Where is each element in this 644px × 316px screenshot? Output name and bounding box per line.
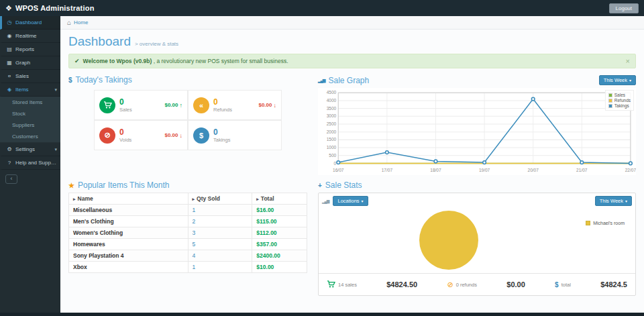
welcome-alert: ✔ Welcome to Wpos (v0.9b) , a revolution…	[68, 54, 636, 68]
column-header-qty[interactable]: ▸Qty Sold	[188, 193, 252, 205]
stats-footer: 14 sales $4824.50 ⊘ 0 refunds $0.00 $ to…	[319, 273, 635, 295]
section-title: Sale Graph	[328, 76, 369, 85]
ban-icon: ⊘	[447, 280, 453, 289]
caret-down-icon: ▾	[629, 78, 631, 83]
svg-text:4500: 4500	[327, 90, 337, 95]
dollar-icon: $	[193, 127, 209, 144]
chevron-left-icon: ‹	[11, 175, 13, 182]
tile-value: 0	[213, 127, 230, 137]
tile-amount: $0.00	[164, 102, 178, 108]
main-content: ⌂ Home Dashboard > overview & stats ✔ We…	[60, 16, 644, 313]
question-icon: ?	[6, 160, 13, 166]
voids-tile: ⊘ 0 Voids $0.00 ↓	[94, 120, 188, 150]
svg-text:3500: 3500	[327, 106, 337, 111]
alert-rest: , a revolutionary new POS system for sma…	[152, 58, 288, 64]
sidebar-item-graph[interactable]: ▦ Graph	[0, 56, 60, 70]
table-row: Homewares 5 $357.00	[69, 239, 307, 250]
sales-tile: 0 Sales $0.00 ↑	[94, 90, 188, 120]
sale-stats-panel: ▂▄▆ Locations ▾ This Week ▾	[318, 193, 636, 296]
home-icon: ⌂	[67, 19, 71, 26]
popular-items-table: ▸Name ▸Qty Sold ▸Total Miscellaneous 1 $…	[68, 193, 307, 273]
qty-link[interactable]: 3	[193, 229, 196, 236]
item-name: Homewares	[69, 239, 189, 250]
sidebar-item-stock[interactable]: Stock	[0, 108, 60, 119]
section-title: Popular Items This Month	[78, 180, 170, 190]
svg-text:21/07: 21/07	[576, 168, 588, 172]
table-row: Miscellaneous 1 $16.00	[69, 205, 307, 216]
sidebar-item-label: Sales	[15, 73, 29, 79]
period-label: This Week	[600, 198, 623, 204]
alert-text: Welcome to Wpos (v0.9b) , a revolutionar…	[83, 58, 288, 64]
item-total: $10.00	[252, 262, 307, 273]
pie-legend: Michael's room	[586, 221, 625, 225]
alert-title: Welcome to Wpos (v0.9b)	[83, 58, 152, 64]
sidebar-item-realtime[interactable]: ◉ Realtime	[0, 30, 60, 43]
ban-icon: ⊘	[99, 127, 115, 144]
tile-label: Takings	[213, 137, 230, 143]
sidebar-item-reports[interactable]: ▤ Reports	[0, 43, 60, 56]
close-icon[interactable]: ×	[626, 58, 630, 64]
sidebar-item-stored-items[interactable]: Stored Items	[0, 97, 60, 108]
svg-text:1000: 1000	[327, 145, 337, 150]
plus-icon: +	[318, 182, 322, 189]
page-title: Dashboard	[68, 34, 131, 49]
item-total: $357.00	[252, 239, 307, 250]
sidebar-item-sales[interactable]: ¤ Sales	[0, 70, 60, 83]
sidebar-item-label: Settings	[15, 146, 35, 152]
app-window: ❖ WPOS Administration Logout ◷ Dashboard…	[0, 0, 644, 316]
svg-text:1500: 1500	[327, 137, 337, 142]
sidebar-item-settings[interactable]: ⚙ Settings ▾	[0, 143, 60, 156]
table-row: Men's Clothing 2 $115.00	[69, 216, 307, 227]
page-header: Dashboard > overview & stats	[60, 30, 644, 51]
sort-icon: ▸	[193, 197, 195, 201]
sidebar-item-customers[interactable]: Customers	[0, 131, 60, 142]
cart-icon	[327, 278, 335, 291]
chevron-down-icon: ▾	[54, 87, 57, 93]
svg-text:22/07: 22/07	[625, 168, 636, 172]
chart-legend: SalesRefundsTakings	[605, 90, 634, 111]
locations-button[interactable]: Locations ▾	[333, 196, 368, 206]
tile-label: Voids	[119, 137, 131, 143]
sidebar-item-dashboard[interactable]: ◷ Dashboard	[0, 16, 60, 30]
sidebar-item-label: Items	[15, 87, 29, 93]
logout-button[interactable]: Logout	[609, 3, 639, 13]
metric-label: 14 sales	[338, 282, 357, 288]
bar-chart-icon: ▂▄▆	[318, 78, 325, 83]
qty-link[interactable]: 4	[193, 252, 196, 259]
svg-text:20/07: 20/07	[528, 168, 539, 172]
item-total: $115.00	[252, 216, 307, 227]
column-header-name[interactable]: ▸Name	[69, 193, 189, 205]
footer-bar	[0, 313, 644, 316]
caret-down-icon: ▾	[362, 199, 364, 203]
qty-link[interactable]: 2	[193, 218, 196, 225]
metric-value: $4824.50	[386, 280, 417, 288]
bottom-row: ★ Popular Items This Month ▸Name ▸Qty So…	[60, 175, 644, 296]
tile-value: 0	[119, 127, 131, 137]
sidebar-collapse-button[interactable]: ‹	[5, 174, 17, 184]
sort-icon: ▸	[73, 197, 76, 201]
svg-text:18/07: 18/07	[430, 168, 441, 172]
stats-period-button[interactable]: This Week ▾	[595, 196, 632, 206]
refund-icon: «	[193, 97, 209, 113]
section-title: Sale Stats	[325, 180, 362, 190]
star-icon: ★	[68, 182, 74, 189]
sale-graph-section: ▂▄▆ Sale Graph This Week ▾ 16/0717/0718/…	[318, 75, 636, 175]
sidebar-item-suppliers[interactable]: Suppliers	[0, 119, 60, 131]
sidebar-item-help[interactable]: ? Help and Support	[0, 156, 60, 170]
sale-graph-chart: 16/0717/0718/0719/0720/0721/0722/0705001…	[318, 88, 636, 175]
sidebar-item-label: Realtime	[15, 33, 37, 39]
metric-label: total	[561, 282, 571, 288]
refunds-metric: ⊘ 0 refunds	[447, 280, 477, 289]
qty-link[interactable]: 5	[193, 241, 196, 248]
metric-label: 0 refunds	[456, 282, 477, 288]
breadcrumb-home-link[interactable]: Home	[74, 19, 88, 25]
item-name: Xbox	[69, 262, 189, 273]
graph-period-button[interactable]: This Week ▾	[599, 75, 636, 85]
legend-label: Michael's room	[593, 221, 625, 225]
qty-link[interactable]: 1	[193, 264, 196, 270]
sidebar-item-items[interactable]: ◈ Items ▾	[0, 83, 60, 97]
qty-link[interactable]: 1	[193, 207, 196, 213]
dollar-icon: $	[68, 76, 72, 84]
sale-stats-section: + Sale Stats ▂▄▆ Locations ▾ This Week	[318, 180, 636, 296]
column-header-total[interactable]: ▸Total	[252, 193, 307, 205]
